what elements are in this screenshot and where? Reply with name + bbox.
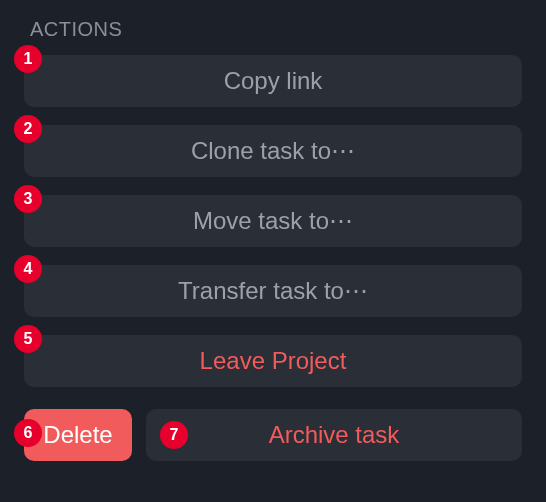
badge-3: 3 [14,185,42,213]
move-task-label: Move task to⋯ [193,207,353,235]
clone-task-button[interactable]: 2 Clone task to⋯ [24,125,522,177]
leave-project-button[interactable]: 5 Leave Project [24,335,522,387]
badge-7: 7 [160,421,188,449]
badge-6: 6 [14,419,42,447]
badge-5: 5 [14,325,42,353]
transfer-task-label: Transfer task to⋯ [178,277,368,305]
bottom-row: 6 Delete 7 Archive task [24,409,522,461]
copy-link-label: Copy link [224,67,323,95]
section-title: ACTIONS [30,18,522,41]
archive-task-button[interactable]: 7 Archive task [146,409,522,461]
move-task-button[interactable]: 3 Move task to⋯ [24,195,522,247]
delete-button[interactable]: 6 Delete [24,409,132,461]
badge-1: 1 [14,45,42,73]
copy-link-button[interactable]: 1 Copy link [24,55,522,107]
archive-task-label: Archive task [269,421,400,449]
transfer-task-button[interactable]: 4 Transfer task to⋯ [24,265,522,317]
badge-2: 2 [14,115,42,143]
leave-project-label: Leave Project [200,347,347,375]
delete-label: Delete [43,421,112,449]
clone-task-label: Clone task to⋯ [191,137,355,165]
badge-4: 4 [14,255,42,283]
actions-panel: ACTIONS 1 Copy link 2 Clone task to⋯ 3 M… [0,0,546,485]
